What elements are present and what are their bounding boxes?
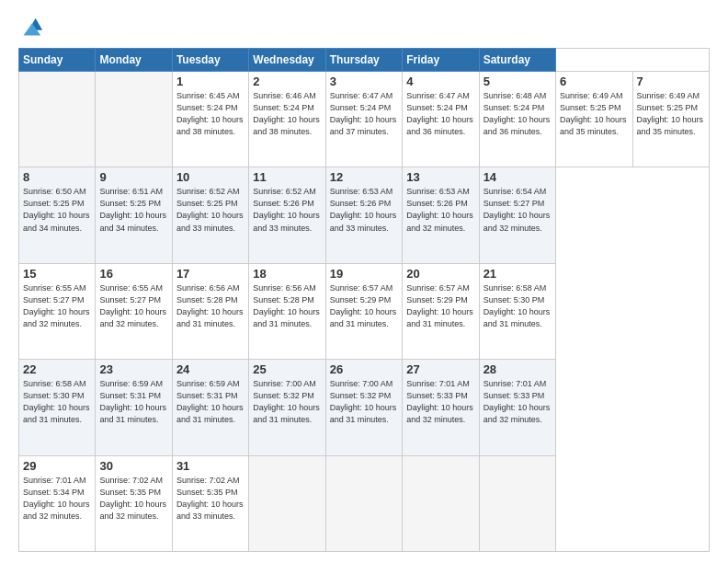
day-number: 17 [176, 267, 245, 281]
col-header-tuesday: Tuesday [172, 49, 248, 72]
day-number: 15 [23, 267, 91, 281]
calendar-cell: 7Sunrise: 6:49 AMSunset: 5:25 PMDaylight… [632, 72, 710, 167]
col-header-monday: Monday [96, 49, 172, 72]
day-info: Sunrise: 6:48 AMSunset: 5:24 PMDaylight:… [483, 90, 552, 138]
day-info: Sunrise: 6:55 AMSunset: 5:27 PMDaylight:… [99, 282, 167, 330]
day-number: 31 [176, 459, 245, 473]
day-number: 2 [253, 75, 321, 88]
day-info: Sunrise: 7:02 AMSunset: 5:35 PMDaylight:… [176, 475, 245, 523]
col-header-sunday: Sunday [19, 49, 96, 72]
day-info: Sunrise: 6:59 AMSunset: 5:31 PMDaylight:… [176, 378, 245, 426]
calendar-cell: 22Sunrise: 6:58 AMSunset: 5:30 PMDayligh… [19, 360, 96, 455]
calendar-cell: 3Sunrise: 6:47 AMSunset: 5:24 PMDaylight… [325, 72, 402, 167]
day-number: 12 [330, 170, 398, 184]
calendar-week-3: 15Sunrise: 6:55 AMSunset: 5:27 PMDayligh… [19, 263, 710, 359]
day-number: 23 [99, 362, 167, 376]
day-number: 10 [176, 170, 245, 184]
calendar-cell [96, 72, 172, 167]
calendar-cell: 29Sunrise: 7:01 AMSunset: 5:34 PMDayligh… [19, 455, 96, 551]
day-info: Sunrise: 6:47 AMSunset: 5:24 PMDaylight:… [406, 90, 474, 138]
calendar-cell: 26Sunrise: 7:00 AMSunset: 5:32 PMDayligh… [325, 360, 402, 455]
day-number: 11 [253, 170, 321, 184]
day-number: 28 [483, 362, 552, 376]
day-info: Sunrise: 6:53 AMSunset: 5:26 PMDaylight:… [330, 186, 398, 234]
day-info: Sunrise: 6:58 AMSunset: 5:30 PMDaylight:… [483, 282, 552, 330]
day-number: 8 [23, 170, 91, 184]
calendar-cell: 19Sunrise: 6:57 AMSunset: 5:29 PMDayligh… [325, 263, 402, 359]
calendar-cell: 6Sunrise: 6:49 AMSunset: 5:25 PMDaylight… [556, 72, 632, 167]
calendar-cell: 2Sunrise: 6:46 AMSunset: 5:24 PMDaylight… [249, 72, 325, 167]
calendar-cell: 18Sunrise: 6:56 AMSunset: 5:28 PMDayligh… [249, 263, 325, 359]
day-info: Sunrise: 6:53 AMSunset: 5:26 PMDaylight:… [406, 186, 474, 234]
calendar-week-4: 22Sunrise: 6:58 AMSunset: 5:30 PMDayligh… [19, 360, 710, 455]
day-number: 26 [330, 362, 398, 376]
day-info: Sunrise: 6:51 AMSunset: 5:25 PMDaylight:… [99, 186, 167, 234]
col-header-friday: Friday [403, 49, 479, 72]
calendar-cell: 8Sunrise: 6:50 AMSunset: 5:25 PMDaylight… [19, 167, 96, 263]
day-number: 6 [560, 75, 628, 88]
calendar-cell: 13Sunrise: 6:53 AMSunset: 5:26 PMDayligh… [403, 167, 479, 263]
calendar-cell: 5Sunrise: 6:48 AMSunset: 5:24 PMDaylight… [479, 72, 555, 167]
day-info: Sunrise: 6:58 AMSunset: 5:30 PMDaylight:… [23, 378, 91, 426]
calendar-cell [249, 455, 325, 551]
calendar-cell: 28Sunrise: 7:01 AMSunset: 5:33 PMDayligh… [479, 360, 555, 455]
day-number: 3 [330, 75, 398, 88]
calendar-cell [479, 455, 555, 551]
calendar-cell: 4Sunrise: 6:47 AMSunset: 5:24 PMDaylight… [403, 72, 479, 167]
calendar-cell [325, 455, 402, 551]
day-number: 14 [483, 170, 552, 184]
calendar-cell: 11Sunrise: 6:52 AMSunset: 5:26 PMDayligh… [249, 167, 325, 263]
calendar-cell: 31Sunrise: 7:02 AMSunset: 5:35 PMDayligh… [172, 455, 248, 551]
calendar-week-5: 29Sunrise: 7:01 AMSunset: 5:34 PMDayligh… [19, 455, 710, 551]
day-info: Sunrise: 7:00 AMSunset: 5:32 PMDaylight:… [330, 378, 398, 426]
day-info: Sunrise: 7:01 AMSunset: 5:33 PMDaylight:… [406, 378, 474, 426]
day-number: 27 [406, 362, 474, 376]
day-info: Sunrise: 7:01 AMSunset: 5:34 PMDaylight:… [23, 475, 91, 523]
col-header-wednesday: Wednesday [249, 49, 325, 72]
day-info: Sunrise: 7:01 AMSunset: 5:33 PMDaylight:… [483, 378, 552, 426]
day-number: 21 [483, 267, 552, 281]
day-info: Sunrise: 6:47 AMSunset: 5:24 PMDaylight:… [330, 90, 398, 138]
day-number: 4 [406, 75, 474, 88]
calendar-cell [403, 455, 479, 551]
calendar-cell: 30Sunrise: 7:02 AMSunset: 5:35 PMDayligh… [96, 455, 172, 551]
day-info: Sunrise: 6:55 AMSunset: 5:27 PMDaylight:… [23, 282, 91, 330]
day-number: 9 [99, 170, 167, 184]
day-number: 24 [176, 362, 245, 376]
day-number: 7 [637, 75, 706, 88]
day-number: 20 [406, 267, 474, 281]
day-info: Sunrise: 6:52 AMSunset: 5:26 PMDaylight:… [253, 186, 321, 234]
day-number: 29 [23, 459, 91, 473]
day-info: Sunrise: 6:59 AMSunset: 5:31 PMDaylight:… [99, 378, 167, 426]
day-info: Sunrise: 6:50 AMSunset: 5:25 PMDaylight:… [23, 186, 91, 234]
calendar-week-2: 8Sunrise: 6:50 AMSunset: 5:25 PMDaylight… [19, 167, 710, 263]
day-number: 18 [253, 267, 321, 281]
calendar-cell: 17Sunrise: 6:56 AMSunset: 5:28 PMDayligh… [172, 263, 248, 359]
page: SundayMondayTuesdayWednesdayThursdayFrid… [0, 0, 728, 563]
calendar-cell: 21Sunrise: 6:58 AMSunset: 5:30 PMDayligh… [479, 263, 555, 359]
calendar-cell: 23Sunrise: 6:59 AMSunset: 5:31 PMDayligh… [96, 360, 172, 455]
calendar-cell: 10Sunrise: 6:52 AMSunset: 5:25 PMDayligh… [172, 167, 248, 263]
day-info: Sunrise: 6:45 AMSunset: 5:24 PMDaylight:… [176, 90, 245, 138]
day-number: 1 [176, 75, 245, 88]
day-number: 22 [23, 362, 91, 376]
day-number: 5 [483, 75, 552, 88]
calendar-header-row: SundayMondayTuesdayWednesdayThursdayFrid… [19, 49, 710, 72]
day-info: Sunrise: 6:57 AMSunset: 5:29 PMDaylight:… [406, 282, 474, 330]
calendar-cell: 25Sunrise: 7:00 AMSunset: 5:32 PMDayligh… [249, 360, 325, 455]
calendar-table: SundayMondayTuesdayWednesdayThursdayFrid… [18, 48, 710, 552]
calendar-cell: 15Sunrise: 6:55 AMSunset: 5:27 PMDayligh… [19, 263, 96, 359]
day-info: Sunrise: 6:54 AMSunset: 5:27 PMDaylight:… [483, 186, 552, 234]
day-number: 13 [406, 170, 474, 184]
day-number: 16 [99, 267, 167, 281]
calendar-cell: 12Sunrise: 6:53 AMSunset: 5:26 PMDayligh… [325, 167, 402, 263]
day-info: Sunrise: 6:49 AMSunset: 5:25 PMDaylight:… [560, 90, 628, 138]
col-header-saturday: Saturday [479, 49, 555, 72]
day-info: Sunrise: 6:57 AMSunset: 5:29 PMDaylight:… [330, 282, 398, 330]
day-info: Sunrise: 7:02 AMSunset: 5:35 PMDaylight:… [99, 475, 167, 523]
day-number: 25 [253, 362, 321, 376]
day-number: 30 [99, 459, 167, 473]
day-info: Sunrise: 6:56 AMSunset: 5:28 PMDaylight:… [253, 282, 321, 330]
calendar-cell: 27Sunrise: 7:01 AMSunset: 5:33 PMDayligh… [403, 360, 479, 455]
day-info: Sunrise: 7:00 AMSunset: 5:32 PMDaylight:… [253, 378, 321, 426]
